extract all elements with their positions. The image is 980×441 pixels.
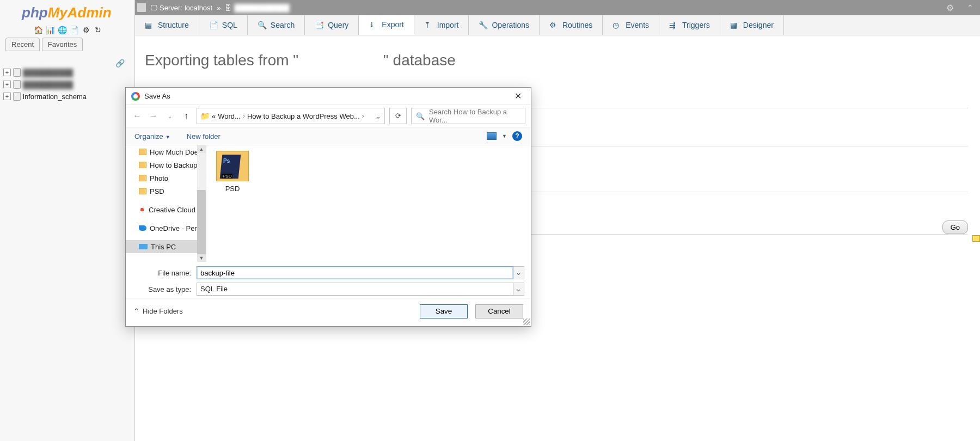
tab-import[interactable]: ⤒Import	[414, 15, 469, 35]
help-button[interactable]: ?	[512, 131, 522, 141]
tab-designer[interactable]: ▦Designer	[720, 15, 784, 35]
resize-grip-icon[interactable]	[523, 318, 530, 325]
file-name-input[interactable]	[197, 266, 513, 279]
folder-contents[interactable]: PsPSD PSD	[206, 145, 531, 262]
recent-locations-button[interactable]: ⌄	[164, 113, 176, 119]
save-type-dropdown[interactable]: ⌄	[513, 283, 524, 296]
tree-item-label: This PC	[151, 243, 176, 251]
pma-sidebar: phpMyAdmin 🏠 📊 🌐 📄 ⚙ ↻ Recent Favorites …	[0, 0, 135, 441]
go-row: Go	[942, 220, 968, 234]
hide-folders-toggle[interactable]: ⌃ Hide Folders	[133, 307, 183, 315]
breadcrumb-sep: »	[217, 4, 220, 12]
expand-icon[interactable]: +	[3, 81, 11, 88]
tree-item-label: How to Backup	[150, 161, 197, 169]
page-settings-icon[interactable]: ⚙	[946, 3, 954, 13]
tab-export[interactable]: ⤓Export	[359, 15, 414, 35]
server-value: localhost	[185, 4, 212, 12]
dialog-body: How Much Doe How to Backup Photo PSD Cre…	[126, 145, 531, 262]
sql-icon[interactable]: 📄	[70, 26, 78, 34]
organize-menu[interactable]: Organize▼	[134, 132, 170, 140]
tab-triggers[interactable]: ⇶Triggers	[659, 15, 720, 35]
tree-item-label: How Much Doe	[150, 148, 198, 156]
save-button[interactable]: Save	[420, 304, 468, 318]
breadcrumb-server[interactable]: 🖵 Server: localhost	[150, 4, 212, 12]
chevron-down-icon[interactable]: ▼	[502, 133, 507, 139]
server-label: Server:	[160, 4, 182, 12]
tree-row[interactable]: +██████████	[3, 66, 134, 78]
collapse-icon[interactable]: ⌃	[967, 3, 973, 12]
chevron-right-icon[interactable]: ›	[362, 112, 364, 120]
home-icon[interactable]: 🏠	[34, 26, 42, 34]
tree-item-label: Creative Cloud F	[149, 206, 202, 214]
scroll-up-icon[interactable]: ▲	[197, 145, 206, 153]
expand-icon[interactable]: +	[3, 93, 11, 100]
tab-sql[interactable]: 📄SQL	[199, 15, 248, 35]
tree-row[interactable]: +information_schema	[3, 90, 134, 102]
recent-tab[interactable]: Recent	[5, 38, 40, 51]
export-icon: ⤓	[369, 20, 377, 29]
tab-routines[interactable]: ⚙Routines	[540, 15, 603, 35]
expand-icon[interactable]: +	[3, 69, 11, 76]
panel-handle-icon[interactable]	[137, 3, 146, 12]
address-bar[interactable]: 📁 « Word... › How to Backup a WordPress …	[197, 108, 385, 124]
dialog-title: Save As	[144, 92, 170, 100]
address-dropdown-icon[interactable]: ⌄	[375, 112, 381, 120]
logo-php: php	[22, 4, 48, 21]
tab-structure[interactable]: ▤Structure	[135, 15, 199, 35]
file-name-dropdown[interactable]: ⌄	[513, 266, 524, 279]
up-button[interactable]: ↑	[180, 111, 192, 121]
favorites-tab[interactable]: Favorites	[42, 38, 83, 51]
crumb-seg[interactable]: How to Backup a WordPress Web...	[247, 112, 360, 120]
database-tree: +██████████ +██████████ +information_sch…	[0, 66, 134, 102]
sidebar-history-tabs: Recent Favorites	[5, 38, 134, 51]
server-breadcrumb: 🖵 Server: localhost » 🗄 ███████████ ⚙ ⌃	[135, 0, 980, 15]
docs-icon[interactable]: 🌐	[58, 26, 66, 34]
breadcrumb-database[interactable]: 🗄 ███████████	[225, 4, 289, 12]
dialog-footer: ⌃ Hide Folders Save Cancel	[126, 298, 531, 324]
tree-item-onedrive[interactable]: OneDrive - Perso	[126, 222, 206, 235]
tree-item-creative-cloud[interactable]: Creative Cloud F	[126, 203, 206, 216]
tab-operations[interactable]: 🔧Operations	[469, 15, 539, 35]
new-folder-button[interactable]: New folder	[187, 132, 220, 140]
tab-events[interactable]: ◷Events	[603, 15, 659, 35]
forward-button[interactable]: →	[148, 111, 160, 121]
reload-icon[interactable]: ↻	[94, 26, 102, 34]
bookmark-tag-icon[interactable]	[972, 235, 980, 242]
tree-item-label: Photo	[150, 174, 168, 182]
back-button[interactable]: ←	[131, 111, 143, 121]
logout-icon[interactable]: 📊	[46, 26, 54, 34]
tree-item[interactable]: Photo	[126, 171, 206, 185]
events-icon: ◷	[612, 21, 621, 29]
tree-row[interactable]: +██████████	[3, 78, 134, 90]
refresh-button[interactable]: ⟳	[389, 108, 407, 124]
tree-item[interactable]: How to Backup	[126, 158, 206, 171]
psd-folder-icon: PsPSD	[216, 151, 249, 181]
tab-query[interactable]: 📑Query	[305, 15, 359, 35]
tab-label: Events	[626, 21, 649, 29]
tab-label: Designer	[743, 21, 774, 29]
tree-scroll-thumb[interactable]	[197, 190, 206, 255]
database-icon	[13, 80, 21, 89]
folder-tile[interactable]: PsPSD PSD	[213, 151, 252, 193]
tree-item-label: OneDrive - Perso	[150, 224, 204, 232]
import-icon: ⤒	[424, 21, 433, 29]
tree-item[interactable]: How Much Doe	[126, 145, 206, 158]
tab-search[interactable]: 🔍Search	[248, 15, 305, 35]
view-mode-button[interactable]	[487, 132, 497, 140]
search-placeholder: Search How to Backup a Wor...	[429, 108, 520, 124]
close-button[interactable]: ✕	[510, 89, 525, 104]
settings-icon[interactable]: ⚙	[82, 26, 90, 34]
search-input[interactable]: 🔍 Search How to Backup a Wor...	[411, 108, 525, 124]
cancel-button[interactable]: Cancel	[475, 304, 523, 318]
link-icon[interactable]: 🔗	[115, 59, 125, 68]
tab-label: Import	[437, 21, 459, 29]
crumb-seg[interactable]: Word...	[218, 112, 241, 120]
scroll-down-icon[interactable]: ▼	[197, 254, 206, 262]
tree-item[interactable]: PSD	[126, 185, 206, 198]
tree-item-this-pc[interactable]: This PC	[126, 240, 206, 253]
go-button[interactable]: Go	[942, 220, 968, 234]
chevron-right-icon[interactable]: ›	[243, 112, 245, 120]
structure-icon: ▤	[145, 21, 154, 29]
save-type-select[interactable]: SQL File	[197, 283, 513, 296]
sql-icon: 📄	[209, 21, 218, 29]
